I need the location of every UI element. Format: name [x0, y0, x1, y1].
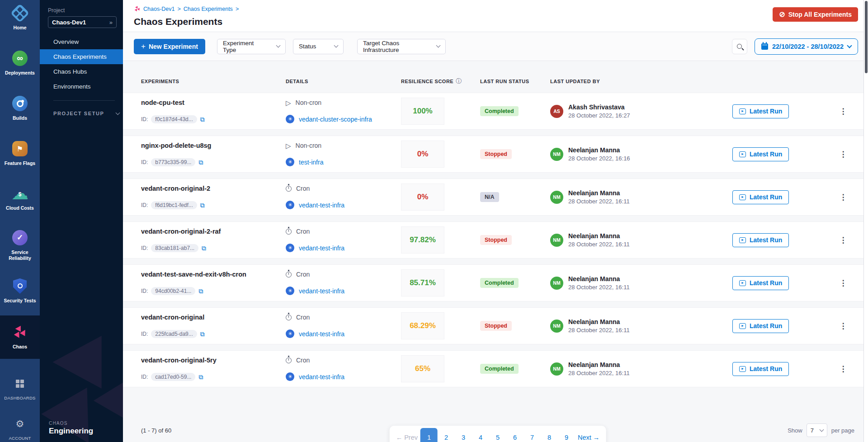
infrastructure-link[interactable]: vedant-test-infra	[299, 330, 344, 338]
rail-item-service-reliability[interactable]: ✓ Service Reliability	[0, 225, 40, 266]
schedule-type: Cron	[296, 314, 310, 321]
chevron-down-icon	[819, 427, 824, 432]
table-header: EXPERIMENTS DETAILS RESILIENCE SCORE ⓘ L…	[123, 77, 868, 85]
latest-run-button[interactable]: ▸ Latest Run	[732, 276, 789, 290]
infrastructure-link[interactable]: vedant-test-infra	[299, 202, 344, 209]
infrastructure-link[interactable]: vedant-cluster-scope-infra	[299, 116, 372, 123]
chaos-icon	[12, 324, 28, 340]
rail-item-home[interactable]: Home	[0, 0, 40, 35]
id-label: ID:	[141, 245, 148, 251]
id-label: ID:	[141, 374, 148, 380]
schedule-type: Non-cron	[296, 99, 322, 106]
copy-icon[interactable]: ⧉	[198, 288, 203, 294]
row-menu-button[interactable]: ⋮	[836, 193, 850, 202]
experiment-id: cad17ed0-59...	[151, 373, 195, 381]
sidebar-item-overview[interactable]: Overview	[40, 34, 123, 49]
updated-date: 28 October 2022, 16:16	[568, 155, 630, 162]
new-experiment-button[interactable]: + New Experiment	[134, 39, 205, 54]
table-row: vedant-cron-original-2 ID: f6d19bc1-fedf…	[123, 179, 868, 216]
row-menu-button[interactable]: ⋮	[836, 364, 850, 374]
page-button[interactable]: 6	[506, 428, 524, 442]
schedule-type: Cron	[296, 271, 310, 278]
experiment-type-filter[interactable]: Experiment Type	[217, 39, 286, 54]
copy-icon[interactable]: ⧉	[202, 245, 206, 251]
experiment-cell: vedant-cron-original-2-raf ID: 83cab181-…	[141, 228, 286, 252]
latest-run-label: Latest Run	[750, 365, 782, 372]
latest-run-button[interactable]: ▸ Latest Run	[732, 190, 789, 204]
rail-item-cloud-costs[interactable]: ☁$ Cloud Costs	[0, 180, 40, 216]
page-button[interactable]: 4	[472, 428, 489, 442]
experiment-name[interactable]: vedant-cron-original-2-raf	[141, 228, 286, 235]
stop-all-experiments-button[interactable]: ⊘ Stop All Experiments	[773, 7, 858, 22]
experiment-name[interactable]: vedant-cron-original-2	[141, 185, 286, 192]
last-updated-cell: AS Akash Shrivastava 28 October 2022, 16…	[550, 103, 732, 119]
column-last-run-status: LAST RUN STATUS	[480, 79, 550, 84]
rail-item-security-tests[interactable]: Security Tests	[0, 273, 40, 308]
kubernetes-icon: ✳	[286, 244, 294, 252]
rail-item-builds[interactable]: Builds	[0, 90, 40, 126]
page-button[interactable]: 5	[489, 428, 506, 442]
experiment-name[interactable]: node-cpu-test	[141, 99, 286, 106]
experiment-name[interactable]: nginx-pod-delete-u8sg	[141, 142, 286, 149]
latest-run-button[interactable]: ▸ Latest Run	[732, 362, 789, 376]
page-button[interactable]: 3	[455, 428, 472, 442]
vertical-scrollbar[interactable]	[863, 0, 868, 442]
id-label: ID:	[141, 116, 148, 122]
project-selector[interactable]: Chaos-Dev1 »	[48, 16, 117, 28]
page-button[interactable]: 2	[438, 428, 455, 442]
page-size-control: Show 7 per page	[788, 423, 854, 437]
infrastructure-link[interactable]: vedant-test-infra	[299, 373, 344, 381]
row-menu-button[interactable]: ⋮	[836, 235, 850, 245]
latest-run-button[interactable]: ▸ Latest Run	[732, 147, 789, 161]
rail-item-feature-flags[interactable]: ⚑ Feature Flags	[0, 136, 40, 171]
latest-run-button[interactable]: ▸ Latest Run	[732, 104, 789, 118]
rail-item-dashboards[interactable]: DASHBOARDS	[0, 371, 40, 405]
page-button[interactable]: 7	[524, 428, 541, 442]
avatar: NM	[550, 362, 563, 376]
breadcrumb-link-experiments[interactable]: Chaos Experiments	[184, 6, 233, 12]
sidebar-item-chaos-hubs[interactable]: Chaos Hubs	[40, 64, 123, 79]
page-button[interactable]: 8	[541, 428, 558, 442]
breadcrumb-link-project[interactable]: Chaos-Dev1	[143, 6, 175, 12]
infrastructure-link[interactable]: test-infra	[299, 159, 323, 166]
sidebar-item-chaos-experiments[interactable]: Chaos Experiments	[40, 49, 123, 64]
page-button[interactable]: 1	[420, 428, 438, 442]
row-menu-button[interactable]: ⋮	[836, 150, 850, 159]
schedule-type: Non-cron	[296, 142, 322, 149]
rail-item-account-settings[interactable]: ⚙ ACCOUNT SETTINGS	[0, 411, 40, 442]
experiment-name[interactable]: vedant-cron-original-5ry	[141, 357, 286, 364]
next-page-button[interactable]: Next →	[575, 428, 602, 442]
latest-run-button[interactable]: ▸ Latest Run	[732, 233, 789, 247]
infrastructure-link[interactable]: vedant-test-infra	[299, 245, 344, 252]
infrastructure-link[interactable]: vedant-test-infra	[299, 287, 344, 295]
page-size-select[interactable]: 7	[807, 423, 827, 437]
info-icon[interactable]: ⓘ	[456, 77, 462, 85]
row-menu-button[interactable]: ⋮	[836, 278, 850, 288]
divider	[53, 100, 115, 101]
updated-date: 28 October 2022, 16:11	[568, 327, 630, 334]
experiments-table: EXPERIMENTS DETAILS RESILIENCE SCORE ⓘ L…	[123, 61, 868, 442]
rail-item-deployments[interactable]: ∞ Deployments	[0, 45, 40, 80]
status-filter[interactable]: Status	[293, 39, 344, 54]
row-menu-button[interactable]: ⋮	[836, 321, 850, 331]
copy-icon[interactable]: ⧉	[200, 116, 205, 122]
sidebar-item-environments[interactable]: Environments	[40, 79, 123, 94]
page-button[interactable]: 9	[558, 428, 575, 442]
experiment-name[interactable]: vedant-test-save-nd-exit-v8h-cron	[141, 271, 286, 278]
copy-icon[interactable]: ⧉	[198, 159, 203, 165]
row-menu-button[interactable]: ⋮	[836, 107, 850, 116]
latest-run-button[interactable]: ▸ Latest Run	[732, 319, 789, 333]
project-setup-toggle[interactable]: PROJECT SETUP	[53, 111, 123, 116]
target-infrastructure-filter[interactable]: Target Chaos Infrastructure	[357, 39, 446, 54]
copy-icon[interactable]: ⧉	[200, 331, 205, 337]
experiment-name[interactable]: vedant-cron-original	[141, 314, 286, 321]
scrollbar-thumb[interactable]	[865, 1, 868, 73]
rail-item-chaos[interactable]: Chaos	[0, 315, 40, 359]
prev-page-button[interactable]: ← Prev	[393, 428, 420, 442]
copy-icon[interactable]: ⧉	[200, 202, 205, 208]
status-badge: Completed	[480, 278, 519, 288]
copy-icon[interactable]: ⧉	[198, 374, 203, 380]
module-rail: Home ∞ Deployments Builds ⚑ Feature Flag…	[0, 0, 40, 442]
date-range-picker[interactable]: 22/10/2022 - 28/10/2022	[755, 38, 858, 55]
search-button[interactable]	[732, 39, 747, 54]
